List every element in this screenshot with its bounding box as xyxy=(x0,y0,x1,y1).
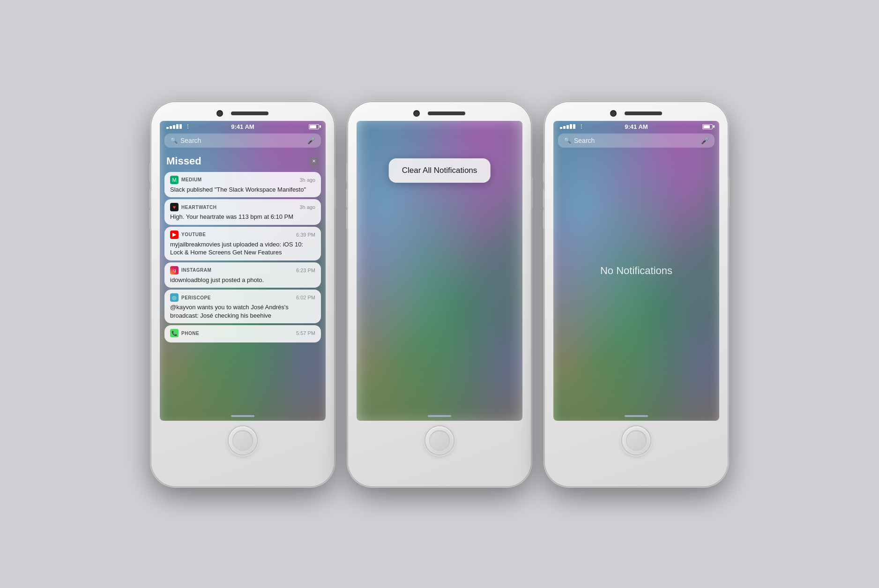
screen-home-indicator-center xyxy=(428,415,451,417)
status-time-left: 9:41 AM xyxy=(231,123,254,130)
speaker-grille-right xyxy=(625,112,662,115)
notif-body-medium: Slack published "The Slack Workspace Man… xyxy=(170,186,315,194)
notif-card-youtube[interactable]: ▶ YOUTUBE 6:39 PM myjailbreakmovies just… xyxy=(164,227,321,261)
home-button-left[interactable] xyxy=(229,426,257,454)
screen-home-indicator-left xyxy=(231,415,254,417)
notif-time-periscope: 6:02 PM xyxy=(296,295,315,300)
battery-icon-left xyxy=(309,124,319,129)
mic-icon-right: 🎤 xyxy=(701,137,709,144)
home-button-inner-center xyxy=(429,430,450,451)
notif-app-instagram: ig INSTAGRAM xyxy=(170,266,211,275)
app-icon-heartwatch: ♥ xyxy=(170,203,179,211)
home-button-inner-left xyxy=(232,430,253,451)
app-icon-periscope: ◎ xyxy=(170,293,179,302)
iphone-screen-left: ⋮ 9:41 AM 🔍 Search 🎤 Missed × xyxy=(160,121,326,421)
search-placeholder-right: Search xyxy=(574,137,698,144)
notif-time-instagram: 6:23 PM xyxy=(296,268,315,273)
notif-time-phone: 5:57 PM xyxy=(296,330,315,336)
camera-dot xyxy=(217,111,223,116)
iphone-left: ⋮ 9:41 AM 🔍 Search 🎤 Missed × xyxy=(151,102,334,486)
iphone-top-left xyxy=(151,102,334,121)
no-notifications-text: No Notifications xyxy=(600,265,672,277)
status-bar-right: ⋮ 9:41 AM xyxy=(553,121,719,132)
wifi-icon: ⋮ xyxy=(185,124,190,130)
speaker-grille-center xyxy=(428,112,465,115)
app-name-phone: PHONE xyxy=(181,331,199,336)
search-icon-left: 🔍 xyxy=(170,137,178,144)
status-bar-left: ⋮ 9:41 AM xyxy=(160,121,326,132)
notif-time-heartwatch: 3h ago xyxy=(299,204,315,210)
app-icon-medium: M xyxy=(170,176,179,184)
notif-app-periscope: ◎ PERISCOPE xyxy=(170,293,211,302)
status-right-left xyxy=(309,124,319,129)
notif-time-youtube: 6:39 PM xyxy=(296,232,315,238)
app-name-periscope: PERISCOPE xyxy=(181,295,211,300)
search-bar-left[interactable]: 🔍 Search 🎤 xyxy=(164,134,321,148)
notif-app-youtube: ▶ YOUTUBE xyxy=(170,231,206,239)
app-name-medium: MEDIUM xyxy=(181,177,202,182)
missed-title: Missed xyxy=(166,155,201,167)
clear-missed-button[interactable]: × xyxy=(309,156,319,166)
wifi-icon-right: ⋮ xyxy=(579,124,584,130)
notif-header-instagram: ig INSTAGRAM 6:23 PM xyxy=(170,266,315,275)
iphone-bottom-left xyxy=(151,421,334,454)
notif-card-periscope[interactable]: ◎ PERISCOPE 6:02 PM @kayvon wants you to… xyxy=(164,290,321,323)
app-icon-phone: 📞 xyxy=(170,329,179,337)
notif-time-medium: 3h ago xyxy=(299,177,315,183)
iphone-bottom-center xyxy=(348,421,531,454)
iphone-screen-right: ⋮ 9:41 AM 🔍 Search 🎤 No Notifications xyxy=(553,121,719,421)
search-icon-right: 🔍 xyxy=(564,137,571,144)
camera-dot-right xyxy=(611,111,616,116)
notif-body-instagram: idownloadblog just posted a photo. xyxy=(170,276,315,284)
notif-app-medium: M MEDIUM xyxy=(170,176,202,184)
app-name-youtube: YOUTUBE xyxy=(181,232,206,237)
notif-card-medium[interactable]: M MEDIUM 3h ago Slack published "The Sla… xyxy=(164,172,321,198)
notif-card-phone[interactable]: 📞 PHONE 5:57 PM xyxy=(164,325,321,342)
phones-container: ⋮ 9:41 AM 🔍 Search 🎤 Missed × xyxy=(151,102,728,486)
app-name-heartwatch: HEARTWATCH xyxy=(181,205,216,210)
home-button-right[interactable] xyxy=(622,426,650,454)
iphone-top-right xyxy=(545,102,728,121)
notif-card-instagram[interactable]: ig INSTAGRAM 6:23 PM idownloadblog just … xyxy=(164,262,321,288)
mic-icon-left: 🎤 xyxy=(307,137,315,144)
search-bar-right[interactable]: 🔍 Search 🎤 xyxy=(558,134,715,148)
status-time-right: 9:41 AM xyxy=(625,123,648,130)
search-placeholder-left: Search xyxy=(180,137,305,144)
screen-home-indicator-right xyxy=(625,415,648,417)
notif-app-phone: 📞 PHONE xyxy=(170,329,199,337)
notif-header-heartwatch: ♥ HEARTWATCH 3h ago xyxy=(170,203,315,211)
notif-header-medium: M MEDIUM 3h ago xyxy=(170,176,315,184)
home-button-inner-right xyxy=(626,430,647,451)
iphone-bottom-right xyxy=(545,421,728,454)
notif-card-heartwatch[interactable]: ♥ HEARTWATCH 3h ago High. Your heartrate… xyxy=(164,199,321,225)
iphone-screen-center: Clear All Notifications xyxy=(357,121,522,421)
iphone-center: Clear All Notifications xyxy=(348,102,531,486)
speaker-grille xyxy=(231,112,268,115)
clear-all-notifications-button[interactable]: Clear All Notifications xyxy=(389,158,491,183)
notif-app-heartwatch: ♥ HEARTWATCH xyxy=(170,203,216,211)
status-left-right: ⋮ xyxy=(560,124,584,130)
notif-header-youtube: ▶ YOUTUBE 6:39 PM xyxy=(170,231,315,239)
notif-body-periscope: @kayvon wants you to watch José Andrés's… xyxy=(170,303,315,320)
home-button-center[interactable] xyxy=(425,426,454,454)
notif-body-youtube: myjailbreakmovies just uploaded a video:… xyxy=(170,240,315,257)
app-name-instagram: INSTAGRAM xyxy=(181,268,211,273)
missed-header: Missed × xyxy=(160,151,326,170)
iphone-right: ⋮ 9:41 AM 🔍 Search 🎤 No Notifications xyxy=(545,102,728,486)
status-left: ⋮ xyxy=(166,124,190,130)
notif-header-phone: 📞 PHONE 5:57 PM xyxy=(170,329,315,337)
app-icon-youtube: ▶ xyxy=(170,231,179,239)
notif-header-periscope: ◎ PERISCOPE 6:02 PM xyxy=(170,293,315,302)
status-right-right xyxy=(702,124,713,129)
notif-body-heartwatch: High. Your heartrate was 113 bpm at 6:10… xyxy=(170,213,315,221)
signal-icon-right xyxy=(560,124,575,129)
app-icon-instagram: ig xyxy=(170,266,179,275)
battery-icon-right xyxy=(702,124,713,129)
signal-icon xyxy=(166,124,182,129)
camera-dot-center xyxy=(414,111,419,116)
iphone-top-center xyxy=(348,102,531,121)
